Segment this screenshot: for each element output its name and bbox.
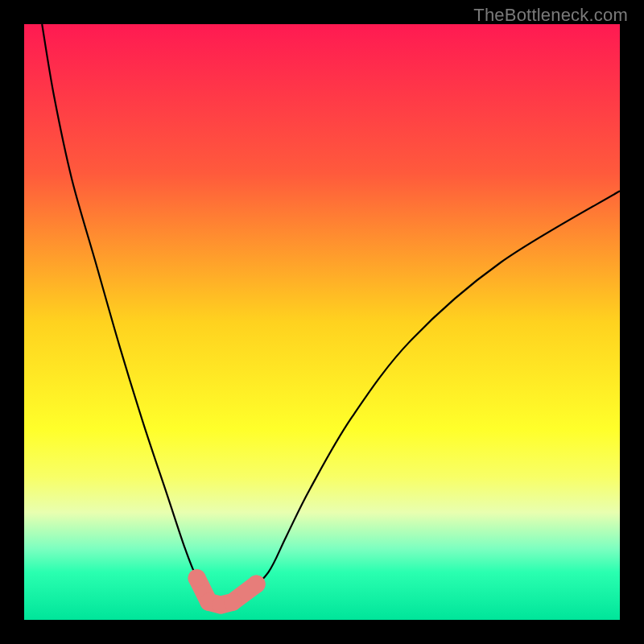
valley-marker-right	[248, 576, 266, 593]
valley-marker-left	[188, 569, 206, 587]
valley-marker-bottom3	[224, 593, 242, 611]
chart-svg	[24, 24, 620, 620]
chart-frame: TheBottleneck.com	[0, 0, 644, 644]
watermark-text: TheBottleneck.com	[473, 5, 628, 26]
plot-area	[24, 24, 620, 620]
gradient-background	[24, 24, 620, 620]
